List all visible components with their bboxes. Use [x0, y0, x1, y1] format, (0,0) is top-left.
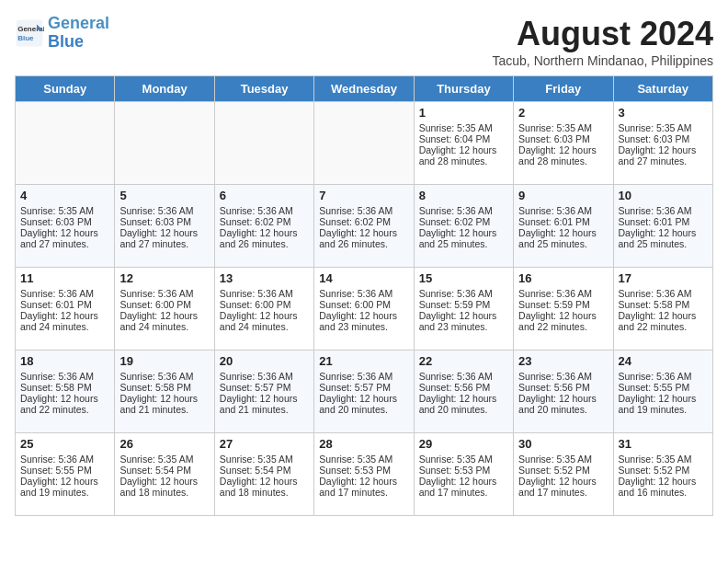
cell-info-line: Sunrise: 5:35 AM	[220, 454, 309, 465]
day-number: 9	[518, 189, 608, 202]
cell-info-line: Sunset: 5:58 PM	[619, 299, 708, 310]
logo-text: General Blue	[48, 15, 109, 52]
cell-info-line: and 20 minutes.	[319, 404, 408, 415]
cell-info-line: and 27 minutes.	[619, 155, 708, 167]
cell-info-line: Sunrise: 5:35 AM	[20, 205, 109, 216]
calendar-cell	[314, 102, 414, 185]
calendar-cell: 9Sunrise: 5:36 AMSunset: 6:01 PMDaylight…	[514, 185, 613, 268]
cell-info-line: Daylight: 12 hours	[419, 144, 508, 155]
day-header-tuesday: Tuesday	[214, 76, 313, 102]
cell-info-line: Daylight: 12 hours	[619, 310, 708, 321]
cell-info-line: Sunset: 6:03 PM	[119, 216, 209, 227]
cell-info-line: and 28 minutes.	[518, 155, 608, 167]
day-number: 5	[119, 189, 209, 202]
week-row-4: 18Sunrise: 5:36 AMSunset: 5:58 PMDayligh…	[16, 350, 713, 433]
cell-info-line: Daylight: 12 hours	[619, 144, 708, 155]
day-number: 19	[119, 354, 209, 368]
day-header-thursday: Thursday	[414, 76, 513, 102]
calendar-body: 1Sunrise: 5:35 AMSunset: 6:04 PMDaylight…	[16, 102, 713, 516]
cell-info-line: Sunset: 5:57 PM	[319, 382, 408, 393]
day-number: 1	[419, 106, 508, 120]
cell-info-line: Daylight: 12 hours	[619, 227, 708, 238]
calendar-cell: 19Sunrise: 5:36 AMSunset: 5:58 PMDayligh…	[115, 350, 214, 433]
cell-info-line: Sunrise: 5:36 AM	[419, 288, 508, 299]
cell-info-line: Sunset: 5:57 PM	[220, 382, 309, 393]
cell-info-line: Sunrise: 5:36 AM	[220, 371, 309, 382]
cell-info-line: Daylight: 12 hours	[220, 393, 309, 404]
calendar-cell: 5Sunrise: 5:36 AMSunset: 6:03 PMDaylight…	[115, 185, 214, 268]
cell-info-line: Daylight: 12 hours	[518, 144, 608, 155]
cell-info-line: Sunset: 5:55 PM	[619, 382, 708, 393]
cell-info-line: Sunset: 6:01 PM	[518, 216, 608, 227]
cell-info-line: Sunset: 5:58 PM	[119, 382, 209, 393]
cell-info-line: Daylight: 12 hours	[518, 310, 608, 321]
day-number: 3	[619, 106, 708, 120]
cell-info-line: Sunrise: 5:36 AM	[619, 205, 708, 216]
day-header-friday: Friday	[514, 76, 613, 102]
calendar-cell: 3Sunrise: 5:35 AMSunset: 6:03 PMDaylight…	[613, 102, 712, 185]
cell-info-line: and 19 minutes.	[20, 487, 109, 498]
cell-info-line: Sunset: 5:59 PM	[518, 299, 608, 310]
cell-info-line: Sunset: 6:02 PM	[319, 216, 408, 227]
cell-info-line: Sunrise: 5:36 AM	[619, 371, 708, 382]
calendar-cell: 15Sunrise: 5:36 AMSunset: 5:59 PMDayligh…	[414, 268, 513, 350]
calendar-cell: 14Sunrise: 5:36 AMSunset: 6:00 PMDayligh…	[314, 268, 414, 350]
cell-info-line: Daylight: 12 hours	[119, 393, 209, 404]
day-number: 15	[419, 271, 508, 285]
cell-info-line: Sunset: 5:54 PM	[119, 465, 209, 476]
cell-info-line: Sunset: 5:55 PM	[20, 465, 109, 476]
cell-info-line: Sunrise: 5:36 AM	[518, 288, 608, 299]
svg-text:Blue: Blue	[17, 34, 34, 42]
cell-info-line: Sunset: 6:01 PM	[619, 216, 708, 227]
cell-info-line: Sunrise: 5:36 AM	[419, 205, 508, 216]
calendar-cell: 22Sunrise: 5:36 AMSunset: 5:56 PMDayligh…	[414, 350, 513, 433]
cell-info-line: Sunrise: 5:36 AM	[319, 205, 408, 216]
day-number: 20	[220, 354, 309, 368]
day-number: 11	[20, 271, 109, 285]
calendar-cell: 8Sunrise: 5:36 AMSunset: 6:02 PMDaylight…	[414, 185, 513, 268]
calendar-cell	[115, 102, 214, 185]
cell-info-line: Sunrise: 5:35 AM	[518, 454, 608, 465]
cell-info-line: Sunrise: 5:35 AM	[419, 122, 508, 133]
cell-info-line: Sunrise: 5:36 AM	[518, 371, 608, 382]
cell-info-line: and 21 minutes.	[220, 404, 309, 415]
cell-info-line: Sunset: 5:53 PM	[319, 465, 408, 476]
cell-info-line: Daylight: 12 hours	[220, 227, 309, 238]
days-of-week-row: SundayMondayTuesdayWednesdayThursdayFrid…	[16, 76, 713, 102]
calendar-cell: 30Sunrise: 5:35 AMSunset: 5:52 PMDayligh…	[514, 433, 613, 516]
calendar-header: SundayMondayTuesdayWednesdayThursdayFrid…	[16, 76, 713, 102]
calendar-cell: 7Sunrise: 5:36 AMSunset: 6:02 PMDaylight…	[314, 185, 414, 268]
day-number: 22	[419, 354, 508, 368]
cell-info-line: Sunrise: 5:36 AM	[119, 205, 209, 216]
cell-info-line: Daylight: 12 hours	[119, 310, 209, 321]
location-subtitle: Tacub, Northern Mindanao, Philippines	[493, 53, 713, 68]
calendar-cell: 21Sunrise: 5:36 AMSunset: 5:57 PMDayligh…	[314, 350, 414, 433]
logo-icon: General Blue	[15, 18, 44, 48]
cell-info-line: Sunrise: 5:36 AM	[419, 371, 508, 382]
cell-info-line: Sunset: 6:02 PM	[419, 216, 508, 227]
day-number: 4	[20, 189, 109, 202]
cell-info-line: and 17 minutes.	[419, 487, 508, 498]
day-number: 17	[619, 271, 708, 285]
cell-info-line: Sunrise: 5:36 AM	[20, 371, 109, 382]
cell-info-line: Daylight: 12 hours	[619, 476, 708, 487]
cell-info-line: Daylight: 12 hours	[619, 393, 708, 404]
cell-info-line: Sunset: 5:56 PM	[419, 382, 508, 393]
day-header-monday: Monday	[115, 76, 214, 102]
cell-info-line: Sunset: 6:04 PM	[419, 133, 508, 144]
cell-info-line: and 23 minutes.	[319, 321, 408, 332]
calendar-cell: 29Sunrise: 5:35 AMSunset: 5:53 PMDayligh…	[414, 433, 513, 516]
calendar-cell: 31Sunrise: 5:35 AMSunset: 5:52 PMDayligh…	[613, 433, 712, 516]
cell-info-line: Daylight: 12 hours	[220, 476, 309, 487]
cell-info-line: and 26 minutes.	[319, 238, 408, 249]
cell-info-line: and 18 minutes.	[119, 487, 209, 498]
cell-info-line: Sunset: 6:03 PM	[20, 216, 109, 227]
calendar-cell: 27Sunrise: 5:35 AMSunset: 5:54 PMDayligh…	[214, 433, 313, 516]
cell-info-line: Sunset: 5:59 PM	[419, 299, 508, 310]
calendar-cell: 4Sunrise: 5:35 AMSunset: 6:03 PMDaylight…	[16, 185, 115, 268]
week-row-1: 1Sunrise: 5:35 AMSunset: 6:04 PMDaylight…	[16, 102, 713, 185]
cell-info-line: Sunset: 5:58 PM	[20, 382, 109, 393]
cell-info-line: Daylight: 12 hours	[220, 310, 309, 321]
cell-info-line: Daylight: 12 hours	[419, 476, 508, 487]
cell-info-line: and 19 minutes.	[619, 404, 708, 415]
